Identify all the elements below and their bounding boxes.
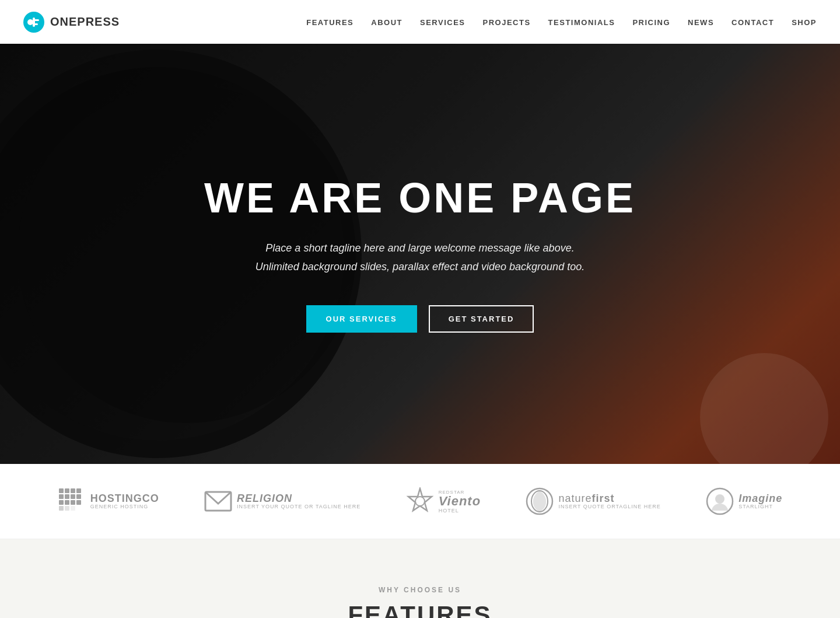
get-started-button[interactable]: GET STARTED bbox=[429, 305, 534, 333]
hero-content: WE ARE ONE PAGE Place a short tagline he… bbox=[181, 175, 659, 333]
svg-rect-9 bbox=[59, 494, 64, 499]
hero-section: WE ARE ONE PAGE Place a short tagline he… bbox=[0, 44, 840, 464]
logo[interactable]: ONEPRESS bbox=[23, 12, 120, 33]
svg-rect-11 bbox=[71, 494, 75, 499]
svg-rect-6 bbox=[65, 488, 69, 493]
svg-rect-8 bbox=[76, 488, 81, 493]
religion-icon bbox=[204, 487, 232, 515]
hero-tagline: Place a short tagline here and large wel… bbox=[204, 239, 636, 277]
svg-rect-14 bbox=[65, 500, 69, 505]
client-viento: REDSTAR Viento HOTEL bbox=[406, 487, 481, 515]
svg-point-22 bbox=[415, 497, 425, 506]
nav-item-contact[interactable]: CONTACT bbox=[732, 17, 774, 27]
nav-item-testimonials[interactable]: TESTIMONIALS bbox=[548, 17, 615, 27]
hero-tagline-line2: Unlimited background slides, parallax ef… bbox=[256, 261, 584, 273]
client-hostingco: HOSTINGCO GENERIC HOSTING bbox=[58, 487, 159, 515]
client-imagine: Imagine STARLIGHT bbox=[706, 487, 782, 515]
viento-icon bbox=[406, 487, 434, 515]
svg-rect-19 bbox=[71, 506, 75, 511]
svg-rect-2 bbox=[33, 18, 35, 27]
nav-item-features[interactable]: FEATURES bbox=[306, 17, 354, 27]
svg-point-1 bbox=[27, 19, 33, 25]
svg-rect-13 bbox=[59, 500, 64, 505]
svg-rect-16 bbox=[76, 500, 81, 505]
nav-links: FEATURES ABOUT SERVICES PROJECTS TESTIMO… bbox=[306, 17, 817, 27]
client-naturefirst: naturefirst INSERT QUOTE ORTAGLINE HERE bbox=[526, 487, 660, 515]
svg-rect-10 bbox=[65, 494, 69, 499]
features-subtitle: WHY CHOOSE US bbox=[23, 586, 817, 594]
features-title: FEATURES bbox=[23, 601, 817, 618]
nav-item-about[interactable]: ABOUT bbox=[371, 17, 402, 27]
svg-rect-17 bbox=[59, 506, 64, 511]
imagine-icon bbox=[706, 487, 734, 515]
hostingco-icon bbox=[58, 487, 86, 515]
svg-rect-12 bbox=[76, 494, 81, 499]
svg-rect-15 bbox=[71, 500, 75, 505]
nav-item-pricing[interactable]: PRICING bbox=[632, 17, 670, 27]
svg-rect-5 bbox=[59, 488, 64, 493]
features-section: WHY CHOOSE US FEATURES bbox=[0, 539, 840, 618]
svg-rect-3 bbox=[34, 19, 39, 21]
clients-strip: HOSTINGCO GENERIC HOSTING RELIGION INSER… bbox=[0, 464, 840, 539]
nav-item-shop[interactable]: SHOP bbox=[792, 17, 817, 27]
nav-item-news[interactable]: NEWS bbox=[688, 17, 714, 27]
navbar: ONEPRESS FEATURES ABOUT SERVICES PROJECT… bbox=[0, 0, 840, 44]
svg-rect-4 bbox=[34, 23, 38, 25]
svg-marker-21 bbox=[408, 488, 432, 511]
svg-rect-7 bbox=[71, 488, 75, 493]
client-religion: RELIGION INSERT YOUR QUOTE OR TAGLINE HE… bbox=[204, 487, 360, 515]
svg-rect-18 bbox=[65, 506, 69, 511]
nav-item-services[interactable]: SERVICES bbox=[420, 17, 466, 27]
nav-item-projects[interactable]: PROJECTS bbox=[483, 17, 531, 27]
naturefirst-icon bbox=[526, 487, 554, 515]
hero-tagline-line1: Place a short tagline here and large wel… bbox=[265, 242, 574, 254]
logo-icon bbox=[23, 12, 44, 33]
svg-point-26 bbox=[715, 494, 724, 504]
brand-name: ONEPRESS bbox=[50, 15, 120, 29]
hero-title: WE ARE ONE PAGE bbox=[204, 175, 636, 221]
our-services-button[interactable]: OUR SERVICES bbox=[306, 305, 417, 333]
hero-buttons: OUR SERVICES GET STARTED bbox=[204, 305, 636, 333]
